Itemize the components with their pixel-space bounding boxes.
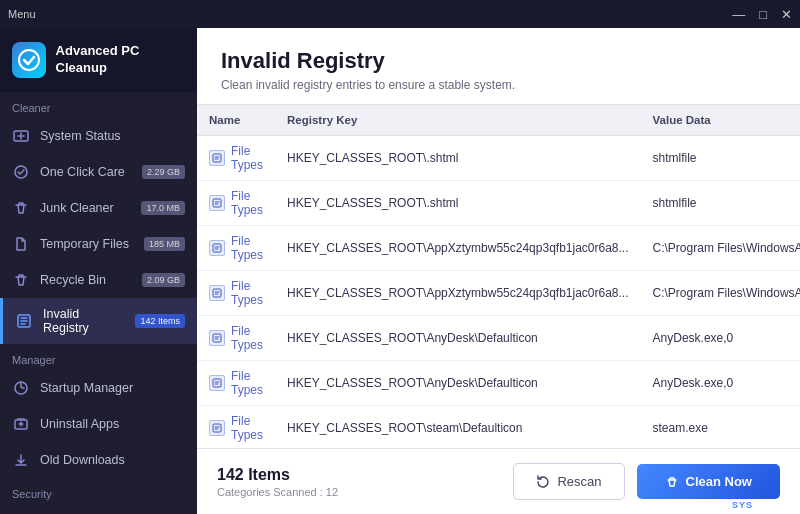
registry-file-icon (209, 420, 225, 436)
col-name: Name (197, 105, 275, 136)
close-button[interactable]: ✕ (781, 7, 792, 22)
cell-registry-key: HKEY_CLASSES_ROOT\AppXztymbw55c24qp3qfb1… (275, 271, 641, 316)
recycle-bin-icon (12, 271, 30, 289)
cell-name: File Types (197, 316, 275, 361)
app-layout: Advanced PC Cleanup Cleaner System Statu… (0, 28, 800, 514)
svg-rect-11 (213, 289, 221, 297)
registry-file-icon (209, 195, 225, 211)
clean-now-label: Clean Now (686, 474, 752, 489)
svg-point-0 (19, 50, 39, 70)
svg-rect-14 (213, 424, 221, 432)
cell-value-data: AnyDesk.exe,0 (641, 316, 800, 361)
sidebar-item-invalid-registry[interactable]: Invalid Registry 142 Items (0, 298, 197, 344)
watermark: SYSTWEAK (732, 500, 790, 510)
junk-cleaner-label: Junk Cleaner (40, 201, 114, 215)
watermark-suffix: TWEAK (753, 500, 790, 510)
page-subtitle: Clean invalid registry entries to ensure… (221, 78, 776, 92)
cell-name: File Types (197, 181, 275, 226)
sidebar: Advanced PC Cleanup Cleaner System Statu… (0, 28, 197, 514)
rescan-button[interactable]: Rescan (513, 463, 624, 500)
cell-value-data: AnyDesk.exe,0 (641, 361, 800, 406)
col-registry-key: Registry Key (275, 105, 641, 136)
cell-registry-key: HKEY_CLASSES_ROOT\steam\Defaulticon (275, 406, 641, 449)
registry-file-icon (209, 375, 225, 391)
invalid-registry-icon (15, 312, 33, 330)
cell-registry-key: HKEY_CLASSES_ROOT\.shtml (275, 181, 641, 226)
svg-rect-12 (213, 334, 221, 342)
svg-rect-9 (213, 199, 221, 207)
sidebar-item-junk-cleaner[interactable]: Junk Cleaner 17.0 MB (0, 190, 197, 226)
cell-name: File Types (197, 136, 275, 181)
svg-rect-10 (213, 244, 221, 252)
cell-value-data: shtmlfile (641, 181, 800, 226)
cell-name: File Types (197, 406, 275, 449)
rescan-label: Rescan (557, 474, 601, 489)
sidebar-item-malware-protection[interactable]: Malware Protection (0, 504, 197, 514)
menu-label[interactable]: Menu (8, 8, 36, 20)
table-row: File Types HKEY_CLASSES_ROOT\steam\Defau… (197, 406, 800, 449)
sidebar-item-temporary-files[interactable]: Temporary Files 185 MB (0, 226, 197, 262)
table-row: File Types HKEY_CLASSES_ROOT\.shtml shtm… (197, 136, 800, 181)
one-click-care-icon (12, 163, 30, 181)
temporary-files-icon (12, 235, 30, 253)
categories-scanned: Categories Scanned : 12 (217, 486, 338, 498)
uninstall-apps-icon (12, 415, 30, 433)
recycle-bin-label: Recycle Bin (40, 273, 106, 287)
footer-actions: Rescan Clean Now (513, 463, 780, 500)
main-content: Invalid Registry Clean invalid registry … (197, 28, 800, 514)
section-cleaner: Cleaner (0, 92, 197, 118)
titlebar: Menu — □ ✕ (0, 0, 800, 28)
cell-name: File Types (197, 361, 275, 406)
table-row: File Types HKEY_CLASSES_ROOT\AnyDesk\Def… (197, 316, 800, 361)
sidebar-item-old-downloads[interactable]: Old Downloads (0, 442, 197, 478)
registry-file-icon (209, 240, 225, 256)
sidebar-item-uninstall-apps[interactable]: Uninstall Apps (0, 406, 197, 442)
sidebar-item-one-click-care[interactable]: One Click Care 2.29 GB (0, 154, 197, 190)
old-downloads-icon (12, 451, 30, 469)
col-value-data: Value Data (641, 105, 800, 136)
system-status-icon (12, 127, 30, 145)
sidebar-item-startup-manager[interactable]: Startup Manager (0, 370, 197, 406)
temporary-files-badge: 185 MB (144, 237, 185, 251)
maximize-button[interactable]: □ (759, 7, 767, 22)
section-manager: Manager (0, 344, 197, 370)
recycle-bin-badge: 2.09 GB (142, 273, 185, 287)
cell-registry-key: HKEY_CLASSES_ROOT\AppXztymbw55c24qp3qfb1… (275, 226, 641, 271)
cell-registry-key: HKEY_CLASSES_ROOT\AnyDesk\Defaulticon (275, 361, 641, 406)
sidebar-header: Advanced PC Cleanup (0, 28, 197, 92)
invalid-registry-badge: 142 Items (135, 314, 185, 328)
system-status-label: System Status (40, 129, 121, 143)
app-title: Advanced PC Cleanup (56, 43, 185, 77)
app-logo (12, 42, 46, 78)
cell-value-data: steam.exe (641, 406, 800, 449)
table-row: File Types HKEY_CLASSES_ROOT\AppXztymbw5… (197, 271, 800, 316)
footer-info: 142 Items Categories Scanned : 12 (217, 466, 338, 498)
sidebar-item-recycle-bin[interactable]: Recycle Bin 2.09 GB (0, 262, 197, 298)
junk-cleaner-badge: 17.0 MB (141, 201, 185, 215)
cell-value-data: C:\Program Files\WindowsApps\... (641, 226, 800, 271)
section-security: Security (0, 478, 197, 504)
table-row: File Types HKEY_CLASSES_ROOT\.shtml shtm… (197, 181, 800, 226)
minimize-button[interactable]: — (732, 7, 745, 22)
junk-cleaner-icon (12, 199, 30, 217)
registry-file-icon (209, 150, 225, 166)
old-downloads-label: Old Downloads (40, 453, 125, 467)
content-header: Invalid Registry Clean invalid registry … (197, 28, 800, 105)
registry-table: Name Registry Key Value Data File (197, 105, 800, 448)
cell-value-data: shtmlfile (641, 136, 800, 181)
table-header-row: Name Registry Key Value Data (197, 105, 800, 136)
registry-file-icon (209, 330, 225, 346)
startup-manager-label: Startup Manager (40, 381, 133, 395)
table-row: File Types HKEY_CLASSES_ROOT\AnyDesk\Def… (197, 361, 800, 406)
svg-rect-13 (213, 379, 221, 387)
temporary-files-label: Temporary Files (40, 237, 129, 251)
rescan-icon (536, 475, 550, 489)
invalid-registry-label: Invalid Registry (43, 307, 125, 335)
clean-now-button[interactable]: Clean Now (637, 464, 780, 499)
uninstall-apps-label: Uninstall Apps (40, 417, 119, 431)
window-controls: — □ ✕ (732, 7, 792, 22)
table-row: File Types HKEY_CLASSES_ROOT\AppXztymbw5… (197, 226, 800, 271)
cell-registry-key: HKEY_CLASSES_ROOT\.shtml (275, 136, 641, 181)
sidebar-item-system-status[interactable]: System Status (0, 118, 197, 154)
items-count: 142 Items (217, 466, 338, 484)
